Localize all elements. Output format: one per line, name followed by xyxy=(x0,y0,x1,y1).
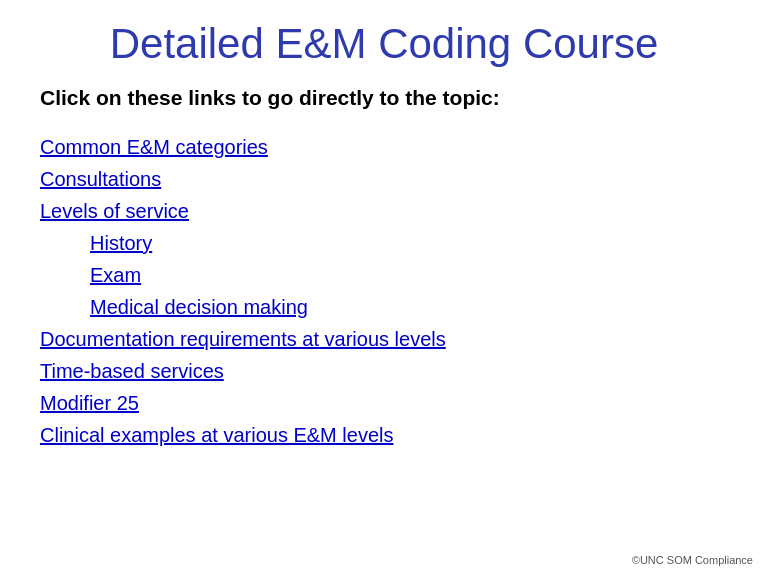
list-item: Modifier 25 xyxy=(40,388,728,418)
link-modifier25[interactable]: Modifier 25 xyxy=(40,392,139,414)
links-list: Common E&M categoriesConsultationsLevels… xyxy=(40,132,728,450)
list-item: Consultations xyxy=(40,164,728,194)
list-item: Time-based services xyxy=(40,356,728,386)
link-medical-decision[interactable]: Medical decision making xyxy=(90,296,308,318)
list-item: Medical decision making xyxy=(40,292,728,322)
list-item: History xyxy=(40,228,728,258)
page-subtitle: Click on these links to go directly to t… xyxy=(40,86,728,110)
link-clinical-examples[interactable]: Clinical examples at various E&M levels xyxy=(40,424,393,446)
link-documentation[interactable]: Documentation requirements at various le… xyxy=(40,328,446,350)
link-consultations[interactable]: Consultations xyxy=(40,168,161,190)
page-container: Detailed E&M Coding Course Click on thes… xyxy=(0,0,768,576)
link-history[interactable]: History xyxy=(90,232,152,254)
list-item: Documentation requirements at various le… xyxy=(40,324,728,354)
list-item: Exam xyxy=(40,260,728,290)
list-item: Clinical examples at various E&M levels xyxy=(40,420,728,450)
copyright-text: ©UNC SOM Compliance xyxy=(632,554,753,566)
list-item: Levels of service xyxy=(40,196,728,226)
page-title: Detailed E&M Coding Course xyxy=(40,20,728,68)
link-common-em[interactable]: Common E&M categories xyxy=(40,136,268,158)
link-time-based[interactable]: Time-based services xyxy=(40,360,224,382)
link-exam[interactable]: Exam xyxy=(90,264,141,286)
link-levels-of-service[interactable]: Levels of service xyxy=(40,200,189,222)
list-item: Common E&M categories xyxy=(40,132,728,162)
